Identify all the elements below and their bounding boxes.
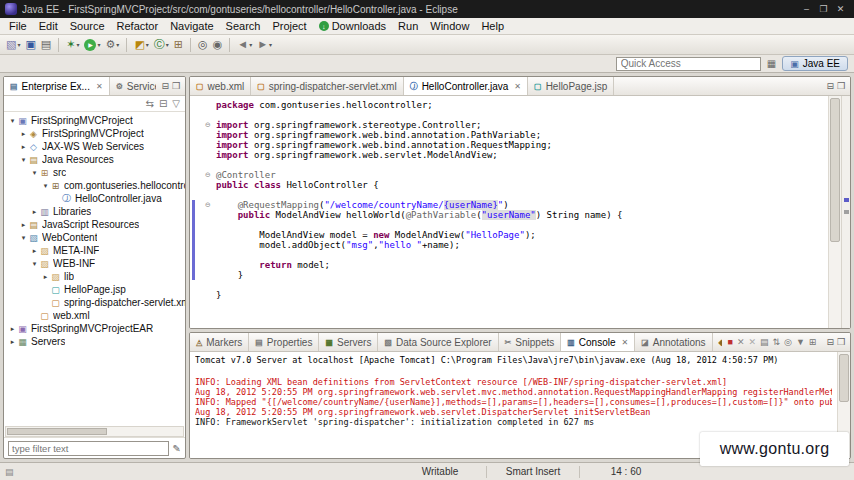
code-line[interactable]	[200, 160, 828, 170]
scroll-lock-button[interactable]: ⇅	[773, 337, 781, 347]
explorer-hscroll-thumb[interactable]	[7, 428, 107, 435]
remove-all-launches-button[interactable]: ✕	[748, 337, 756, 347]
maximize-button[interactable]: ❐	[815, 4, 832, 14]
tree-item-servers[interactable]: ▸▦Servers	[4, 335, 185, 348]
menu-item-window[interactable]: Window	[424, 19, 475, 33]
tree-twisty-icon[interactable]: ▸	[30, 208, 39, 216]
panel-tab-console[interactable]: ▥Console✕	[561, 333, 635, 351]
collapse-all-icon[interactable]: ⊟	[159, 98, 167, 109]
tree-item-firstspringmvcprojectear[interactable]: ▸▣FirstSpringMVCProjectEAR	[4, 322, 185, 335]
minimize-button[interactable]: –	[798, 4, 815, 14]
console-vscroll-thumb[interactable]	[839, 354, 849, 402]
code-line[interactable]: public class HelloController {	[200, 180, 828, 190]
tree-twisty-icon[interactable]: ▾	[30, 169, 39, 177]
tree-twisty-icon[interactable]: ▸	[8, 338, 17, 346]
tree-item-firstspringmvcproject[interactable]: ▾▣FirstSpringMVCProject	[4, 114, 185, 127]
tree-twisty-icon[interactable]: ▾	[8, 117, 17, 125]
fold-marker-icon[interactable]	[200, 240, 216, 250]
tree-item-meta-inf[interactable]: ▸▨META-INF	[4, 244, 185, 257]
tree-item-web-xml[interactable]: ▢web.xml	[4, 309, 185, 322]
tree-twisty-icon[interactable]: ▾	[19, 234, 28, 242]
editor-tab-spring-dispatcher-servlet-xml[interactable]: ▢spring-dispatcher-servlet.xml	[251, 77, 403, 95]
panel-tab-weblogic-web-service-annotations[interactable]: ◈WebLogic Web Service Annotations	[713, 333, 723, 351]
code-line[interactable]: model.addObject("msg","hello "+name);	[200, 240, 828, 250]
tree-twisty-icon[interactable]: ▾	[19, 156, 28, 164]
fold-marker-icon[interactable]: ⊖	[200, 120, 216, 130]
code-line[interactable]: import org.springframework.web.bind.anno…	[200, 130, 828, 140]
filter-input[interactable]	[8, 441, 169, 456]
menu-item-downloads[interactable]: ↓Downloads	[313, 19, 392, 33]
panel-tab-properties[interactable]: ▤Properties	[249, 333, 319, 351]
close-tab-icon[interactable]: ✕	[514, 82, 521, 91]
fold-marker-icon[interactable]: ⊖	[200, 200, 216, 210]
code-line[interactable]: public ModelAndView helloWorld(@PathVari…	[200, 210, 828, 220]
fold-marker-icon[interactable]	[200, 250, 216, 260]
code-line[interactable]	[200, 280, 828, 290]
tree-twisty-icon[interactable]: ▸	[19, 130, 28, 138]
clear-console-button[interactable]: ▤	[760, 337, 769, 347]
menu-item-project[interactable]: Project	[266, 19, 312, 33]
tree-twisty-icon[interactable]: ▾	[41, 182, 50, 190]
tree-twisty-icon[interactable]: ▸	[41, 273, 50, 281]
code-line[interactable]: ⊖ @RequestMapping("/welcome/countryName/…	[200, 200, 828, 210]
print-button[interactable]: ▤	[39, 36, 53, 53]
open-type-button[interactable]: ◎	[196, 36, 210, 53]
menu-item-navigate[interactable]: Navigate	[164, 19, 219, 33]
fold-marker-icon[interactable]	[200, 110, 216, 120]
perspective-button-java-ee[interactable]: ▣ Java EE	[782, 56, 848, 71]
panel-tab-data-source-explorer[interactable]: ▧Data Source Explorer	[378, 333, 498, 351]
remove-launch-button[interactable]: ✕	[737, 337, 745, 347]
maximize-view-icon[interactable]: ❒	[837, 81, 845, 91]
tree-twisty-icon[interactable]: ▸	[30, 247, 39, 255]
code-line[interactable]: import org.springframework.web.servlet.M…	[200, 150, 828, 160]
fold-marker-icon[interactable]	[200, 290, 216, 300]
open-console-button[interactable]: ⊞	[809, 337, 817, 347]
fold-marker-icon[interactable]: ⊖	[200, 170, 216, 180]
menu-item-search[interactable]: Search	[220, 19, 267, 33]
tree-item-javascript-resources[interactable]: ▸▤JavaScript Resources	[4, 218, 185, 231]
edit-filter-icon[interactable]: ✎	[173, 443, 181, 454]
tree-item-java-resources[interactable]: ▾▤Java Resources	[4, 153, 185, 166]
tree-item-lib[interactable]: ▸▨lib	[4, 270, 185, 283]
view-tab-enterprise-ex[interactable]: ▤Enterprise Ex...✕	[4, 77, 110, 95]
fold-marker-icon[interactable]	[200, 160, 216, 170]
menu-item-source[interactable]: Source	[64, 19, 111, 33]
code-line[interactable]: ModelAndView model = new ModelAndView("H…	[200, 230, 828, 240]
menu-item-edit[interactable]: Edit	[33, 19, 64, 33]
panel-tab-snippets[interactable]: ✂Snippets	[499, 333, 562, 351]
link-with-editor-icon[interactable]: ⇆	[146, 98, 154, 109]
tree-item-hellocontroller-java[interactable]: ⒿHelloController.java	[4, 192, 185, 205]
code-line[interactable]: package com.gontuseries.hellocontroller;	[200, 100, 828, 110]
menu-item-file[interactable]: File	[3, 19, 33, 33]
tree-item-webcontent[interactable]: ▾▧WebContent	[4, 231, 185, 244]
fold-marker-icon[interactable]	[200, 180, 216, 190]
code-line[interactable]	[200, 220, 828, 230]
fold-marker-icon[interactable]	[200, 270, 216, 280]
fold-marker-icon[interactable]	[200, 210, 216, 220]
panel-tab-annotations[interactable]: ◪Annotations	[635, 333, 712, 351]
menu-item-run[interactable]: Run	[392, 19, 424, 33]
fold-marker-icon[interactable]	[200, 150, 216, 160]
tree-twisty-icon[interactable]: ▸	[19, 143, 28, 151]
tree-twisty-icon[interactable]: ▸	[8, 325, 17, 333]
fold-marker-icon[interactable]	[200, 280, 216, 290]
panel-tab-markers[interactable]: ◬Markers	[190, 333, 249, 351]
tree-twisty-icon[interactable]: ▸	[19, 221, 28, 229]
new-package-button[interactable]: ⊞	[172, 36, 185, 53]
tree-item-hellopage-jsp[interactable]: ▢HelloPage.jsp	[4, 283, 185, 296]
fold-marker-icon[interactable]	[200, 190, 216, 200]
code-area[interactable]: package com.gontuseries.hellocontroller;…	[190, 96, 828, 328]
maximize-view-icon[interactable]: ❒	[837, 337, 845, 347]
search-button[interactable]: ◉	[211, 36, 225, 53]
fold-marker-icon[interactable]	[200, 260, 216, 270]
fold-marker-icon[interactable]	[200, 100, 216, 110]
code-line[interactable]: ⊖import org.springframework.stereotype.C…	[200, 120, 828, 130]
code-line[interactable]	[200, 190, 828, 200]
new-class-button[interactable]: Ⓒ▾	[152, 36, 171, 53]
menu-item-help[interactable]: Help	[475, 19, 510, 33]
tree-item-spring-dispatcher-servlet-xml[interactable]: ▢spring-dispatcher-servlet.xml	[4, 296, 185, 309]
fold-marker-icon[interactable]	[200, 230, 216, 240]
view-tab-services[interactable]: ⚙Services	[110, 77, 157, 95]
code-line[interactable]: }	[200, 270, 828, 280]
display-selected-console-button[interactable]: ▼	[796, 337, 805, 347]
